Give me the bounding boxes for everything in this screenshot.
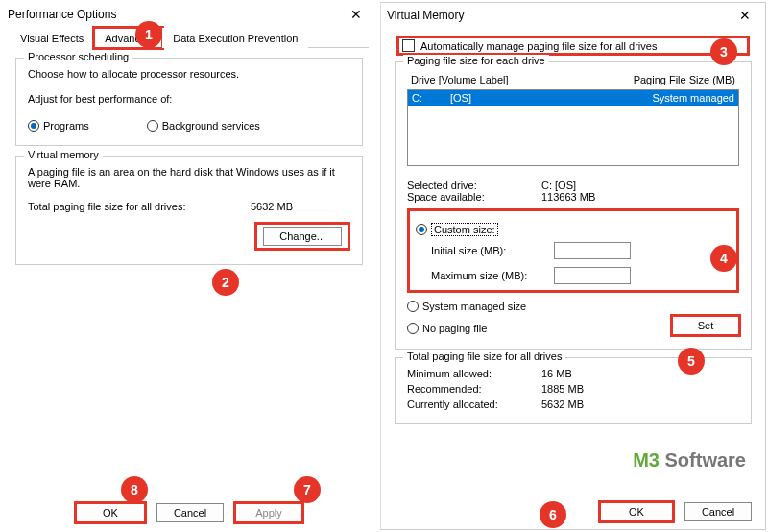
initial-size-input[interactable]: [554, 242, 631, 259]
radio-programs[interactable]: Programs: [28, 120, 89, 132]
annotation-badge-8: 8: [121, 476, 148, 503]
currently-allocated-label: Currently allocated:: [407, 399, 541, 410]
drive-volume: [OS]: [450, 92, 652, 104]
checkbox-icon: [402, 39, 415, 52]
recommended-value: 1885 MB: [541, 383, 584, 395]
drive-list-header: Drive [Volume Label] Paging File Size (M…: [407, 72, 739, 87]
processor-desc: Choose how to allocate processor resourc…: [28, 68, 350, 80]
radio-icon: [28, 120, 39, 132]
group-processor-scheduling: Processor scheduling Choose how to alloc…: [15, 58, 363, 146]
radio-no-paging[interactable]: No paging file: [407, 323, 487, 334]
maximum-size-label: Maximum size (MB):: [431, 270, 546, 281]
performance-options-dialog: Performance Options ✕ Visual Effects Adv…: [2, 2, 376, 530]
close-icon[interactable]: ✕: [342, 7, 371, 22]
titlebar: Performance Options ✕: [2, 2, 376, 27]
dialog-title: Performance Options: [8, 8, 116, 21]
radio-system-managed[interactable]: System managed size: [407, 301, 739, 312]
adjust-label: Adjust for best performance of:: [28, 93, 350, 105]
col-size: Paging File Size (MB): [634, 74, 735, 85]
titlebar: Virtual Memory ✕: [381, 3, 765, 28]
group-title: Total paging file size for all drives: [403, 351, 565, 362]
tab-bar: Visual Effects Advanced Data Execution P…: [10, 27, 369, 48]
annotation-badge-2: 2: [212, 269, 239, 296]
watermark: M3 Software: [633, 449, 746, 472]
dialog-buttons: OK Cancel Apply: [2, 503, 376, 522]
auto-manage-checkbox[interactable]: Automatically manage paging file size fo…: [398, 37, 748, 54]
dialog-buttons: OK Cancel: [600, 502, 752, 521]
space-available-value: 113663 MB: [541, 191, 595, 203]
tab-dep[interactable]: Data Execution Prevention: [162, 28, 308, 48]
annotation-badge-1: 1: [135, 21, 162, 48]
selected-drive-value: C: [OS]: [541, 180, 576, 191]
group-virtual-memory: Virtual memory A paging file is an area …: [15, 156, 363, 265]
set-button[interactable]: Set: [672, 316, 739, 335]
radio-icon: [416, 224, 427, 235]
watermark-software: Software: [665, 449, 746, 471]
group-title: Virtual memory: [24, 149, 103, 160]
drive-size: System managed: [652, 92, 734, 104]
annotation-badge-6: 6: [540, 501, 566, 528]
auto-manage-label: Automatically manage paging file size fo…: [420, 40, 657, 52]
initial-size-label: Initial size (MB):: [431, 245, 546, 256]
recommended-label: Recommended:: [407, 383, 541, 395]
cancel-button[interactable]: Cancel: [684, 502, 752, 521]
radio-label: Custom size:: [431, 223, 498, 236]
change-button[interactable]: Change...: [263, 227, 342, 246]
ok-button[interactable]: OK: [76, 503, 145, 522]
annotation-badge-3: 3: [710, 38, 737, 65]
dialog-title: Virtual Memory: [387, 9, 464, 22]
radio-label: Programs: [43, 120, 89, 132]
ok-button[interactable]: OK: [600, 502, 673, 521]
maximum-size-input[interactable]: [554, 267, 631, 284]
min-allowed-value: 16 MB: [541, 368, 572, 379]
space-available-label: Space available:: [407, 191, 541, 203]
apply-button[interactable]: Apply: [235, 503, 302, 522]
annotation-badge-7: 7: [294, 476, 321, 503]
vm-desc: A paging file is an area on the hard dis…: [28, 166, 335, 189]
currently-allocated-value: 5632 MB: [541, 399, 584, 410]
drive-list[interactable]: C: [OS] System managed: [407, 89, 739, 166]
radio-icon: [407, 301, 419, 312]
total-paging-label: Total paging file size for all drives:: [28, 201, 185, 212]
radio-custom-size[interactable]: Custom size:: [416, 223, 731, 236]
radio-background-services[interactable]: Background services: [147, 120, 260, 132]
radio-label: System managed size: [422, 301, 526, 312]
virtual-memory-dialog: Virtual Memory ✕ Automatically manage pa…: [380, 2, 766, 530]
annotation-badge-5: 5: [678, 348, 705, 375]
selected-drive-label: Selected drive:: [407, 180, 541, 191]
radio-icon: [407, 323, 419, 334]
drive-row-c[interactable]: C: [OS] System managed: [408, 90, 738, 106]
group-title: Paging file size for each drive: [403, 55, 549, 66]
min-allowed-label: Minimum allowed:: [407, 368, 541, 379]
tab-visual-effects[interactable]: Visual Effects: [10, 28, 94, 48]
radio-label: No paging file: [422, 323, 487, 334]
group-paging-per-drive: Paging file size for each drive Drive [V…: [395, 61, 752, 350]
radio-label: Background services: [162, 120, 260, 132]
annotation-badge-4: 4: [710, 245, 737, 272]
drive-letter: C:: [412, 92, 450, 104]
cancel-button[interactable]: Cancel: [156, 503, 224, 522]
radio-icon: [147, 120, 158, 132]
close-icon[interactable]: ✕: [731, 8, 759, 23]
group-title: Processor scheduling: [24, 51, 132, 62]
total-paging-value: 5632 MB: [251, 201, 293, 212]
watermark-m3: M3: [633, 449, 660, 471]
col-drive: Drive [Volume Label]: [411, 74, 634, 85]
